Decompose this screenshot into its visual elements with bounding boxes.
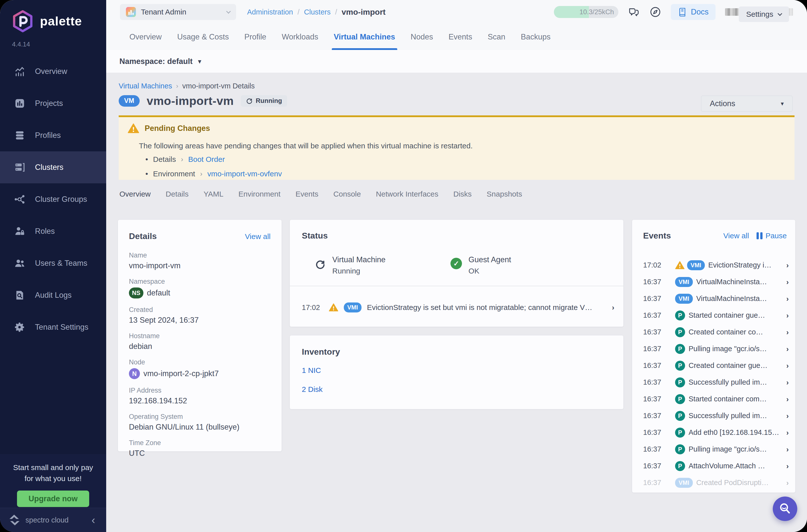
chevron-right-icon: › [786, 311, 789, 320]
settings-button[interactable]: Settings [739, 6, 789, 22]
tab-overview[interactable]: Overview [129, 24, 162, 50]
tab-nodes[interactable]: Nodes [411, 24, 433, 50]
docs-label: Docs [691, 7, 709, 17]
tenant-scope-selector[interactable]: Tenant Admin [120, 4, 236, 20]
event-row[interactable]: 16:37 P Successfully pulled im… › [643, 374, 789, 391]
subtab-disks[interactable]: Disks [453, 190, 472, 198]
pod-badge: P [675, 461, 685, 471]
breadcrumb-administration[interactable]: Administration [247, 8, 293, 16]
event-row[interactable]: 16:37 P Pulling image "gcr.io/s… › [643, 441, 789, 458]
subtab-overview[interactable]: Overview [119, 190, 151, 198]
status-warning-event[interactable]: 17:02 VMI EvictionStrategy is set but vm… [302, 294, 614, 321]
pending-changes-banner: Pending Changes The following areas have… [119, 115, 794, 180]
tab-scan[interactable]: Scan [488, 24, 505, 50]
sidebar-collapse-icon[interactable]: ‹ [91, 514, 95, 526]
inventory-nic-link[interactable]: 1 NIC [302, 366, 623, 375]
sidebar-item-audit-logs[interactable]: Audit Logs [0, 279, 106, 311]
tab-backups[interactable]: Backups [521, 24, 551, 50]
inventory-card: Inventory 1 NIC 2 Disk [290, 336, 623, 409]
event-message: Created container co… [689, 328, 783, 336]
field-time-zone: Time Zone UTC [129, 439, 270, 458]
chevron-right-icon: › [786, 395, 789, 403]
subtab-console[interactable]: Console [333, 190, 361, 198]
chevron-right-icon: › [181, 156, 183, 163]
sidebar-item-label: Profiles [35, 131, 61, 140]
inventory-disk-link[interactable]: 2 Disk [302, 385, 623, 394]
vm-badge: VM [119, 95, 140, 107]
usage-meter-value: 10.3/25kCh [579, 8, 614, 16]
event-row[interactable]: 16:37 P Started container gue… › [643, 307, 789, 324]
details-card: Details View all Name vmo-import-vm Name… [118, 220, 282, 451]
tab-events[interactable]: Events [449, 24, 472, 50]
field-ip-address: IP Address 192.168.194.152 [129, 387, 270, 405]
sidebar-item-overview[interactable]: Overview [0, 55, 106, 88]
event-row[interactable]: 16:37 VMI VirtualMachineInsta… › [643, 290, 789, 307]
breadcrumb-separator: › [176, 82, 179, 90]
breadcrumb-clusters[interactable]: Clusters [304, 8, 331, 16]
details-view-all-link[interactable]: View all [245, 232, 270, 241]
page-title: vmo-import-vm [147, 94, 234, 108]
cluster-groups-icon [14, 194, 25, 205]
event-message: AttachVolume.Attach … [689, 462, 783, 470]
pending-link-boot-order[interactable]: Boot Order [188, 155, 225, 164]
actions-dropdown[interactable]: Actions ▾ [701, 96, 792, 112]
bullet-icon: • [145, 155, 148, 164]
subtab-environment[interactable]: Environment [238, 190, 280, 198]
sidebar-item-label: Overview [35, 67, 67, 76]
chevron-right-icon: › [786, 412, 789, 420]
sidebar-item-clusters[interactable]: Clusters [0, 151, 106, 183]
pending-link-ovfenv[interactable]: vmo-import-vm-ovfenv [207, 170, 282, 178]
event-row[interactable]: 16:37 P Successfully pulled im… › [643, 407, 789, 424]
event-row[interactable]: 16:37 P Created container gue… › [643, 357, 789, 374]
tab-profile[interactable]: Profile [244, 24, 266, 50]
event-row[interactable]: 16:37 P AttachVolume.Attach … › [643, 458, 789, 474]
sidebar-item-projects[interactable]: Projects [0, 88, 106, 119]
chat-icon[interactable] [628, 6, 640, 18]
event-message: Successfully pulled im… [689, 378, 783, 386]
event-row[interactable]: 16:37 VMI VirtualMachineInsta… › [643, 273, 789, 290]
subtab-snapshots[interactable]: Snapshots [487, 190, 522, 198]
pending-change-item: • Details › Boot Order [145, 155, 225, 164]
settings-label: Settings [746, 10, 773, 18]
vm-breadcrumb-link[interactable]: Virtual Machines [119, 82, 172, 90]
profiles-icon [14, 130, 25, 141]
tab-virtual-machines[interactable]: Virtual Machines [334, 24, 395, 50]
chevron-right-icon: › [786, 261, 789, 269]
event-message: Started container gue… [689, 311, 783, 320]
promo-text: Start small and only pay for what you us… [0, 462, 106, 484]
event-row[interactable]: 16:37 VMI Created PodDisrupti… › [643, 474, 789, 491]
namespace-label: Namespace: default [119, 57, 193, 66]
subtab-details[interactable]: Details [166, 190, 189, 198]
breadcrumb-separator: / [335, 8, 337, 16]
pod-badge: P [675, 327, 685, 337]
tab-workloads[interactable]: Workloads [282, 24, 318, 50]
vmi-badge: VMI [344, 302, 361, 312]
warning-icon [329, 303, 338, 312]
subtab-yaml[interactable]: YAML [204, 190, 223, 198]
upgrade-now-button[interactable]: Upgrade now [17, 491, 89, 507]
app-version: 4.4.14 [0, 33, 106, 48]
sidebar-item-label: Cluster Groups [35, 195, 87, 204]
sidebar-item-cluster-groups[interactable]: Cluster Groups [0, 183, 106, 215]
event-row[interactable]: 17:02 VMI EvictionStrategy i… › [643, 257, 789, 273]
docs-button[interactable]: Docs [671, 4, 716, 20]
field-hostname: Hostname debian [129, 332, 270, 351]
sidebar-item-profiles[interactable]: Profiles [0, 119, 106, 151]
search-fab-button[interactable] [773, 496, 797, 521]
event-row[interactable]: 16:37 P Add eth0 [192.168.194.15… › [643, 424, 789, 441]
subtab-events[interactable]: Events [296, 190, 319, 198]
namespace-selector[interactable]: Namespace: default ▾ [106, 50, 807, 73]
event-row[interactable]: 16:37 P Created container co… › [643, 324, 789, 340]
events-view-all-link[interactable]: View all [723, 231, 749, 240]
sidebar-item-tenant-settings[interactable]: Tenant Settings [0, 311, 106, 343]
compass-icon[interactable] [649, 6, 661, 18]
subtab-network-interfaces[interactable]: Network Interfaces [376, 190, 438, 198]
event-row[interactable]: 16:37 P Started container com… › [643, 391, 789, 407]
event-row[interactable]: 16:37 P Pulling image "gcr.io/s… › [643, 340, 789, 357]
sidebar-item-roles[interactable]: Roles [0, 215, 106, 247]
events-pause-button[interactable]: Pause [756, 231, 787, 240]
status-virtual-machine: Virtual Machine Running [315, 255, 386, 275]
sidebar-item-users-teams[interactable]: Users & Teams [0, 247, 106, 279]
vm-status-pill: Running [241, 95, 287, 107]
tab-usage-costs[interactable]: Usage & Costs [177, 24, 229, 50]
